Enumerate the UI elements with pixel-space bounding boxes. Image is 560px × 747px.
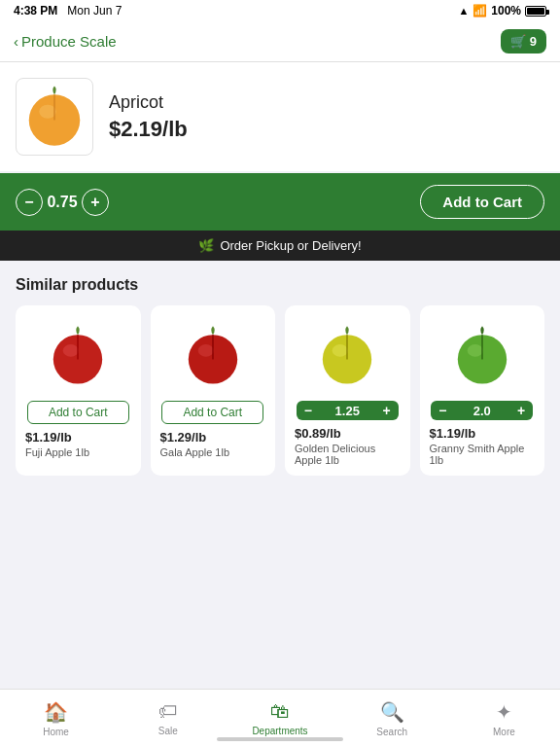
status-time-date: 4:38 PM Mon Jun 7 <box>14 4 122 18</box>
svg-point-5 <box>197 344 213 357</box>
granny-decrease-button[interactable]: − <box>435 403 450 418</box>
fuji-price: $1.19/lb <box>21 430 72 445</box>
nav-bar: ‹ Produce Scale 🛒 9 <box>0 21 560 62</box>
battery-icon <box>525 6 546 17</box>
tab-home-label: Home <box>43 727 69 737</box>
status-time: 4:38 PM <box>14 4 57 18</box>
product-info: Apricot $2.19/lb <box>109 92 188 142</box>
fuji-apple-image <box>39 315 117 393</box>
tab-search-label: Search <box>376 727 407 737</box>
back-button[interactable]: ‹ Produce Scale <box>14 33 117 50</box>
pickup-icon: 🌿 <box>198 238 214 253</box>
golden-price: $0.89/lb <box>291 426 341 441</box>
status-icons: ▲ 📶 100% <box>458 4 546 18</box>
pickup-banner[interactable]: 🌿 Order Pickup or Delivery! <box>0 231 560 261</box>
signal-icon: ▲ <box>458 5 469 17</box>
granny-quantity-control: − 2.0 + <box>431 401 533 420</box>
product-card: Apricot $2.19/lb <box>0 62 560 171</box>
gala-apple-image <box>174 315 252 393</box>
svg-point-7 <box>332 344 348 357</box>
action-bar: − 0.75 + Add to Cart <box>0 173 560 231</box>
golden-apple-image <box>308 315 386 393</box>
tab-departments-label: Departments <box>252 726 307 736</box>
granny-qty-value: 2.0 <box>473 404 491 418</box>
pickup-text: Order Pickup or Delivery! <box>220 238 361 253</box>
list-item: − 1.25 + $0.89/lb Golden Delicious Apple… <box>285 305 410 476</box>
gala-name: Gala Apple 1lb <box>157 446 230 458</box>
svg-point-1 <box>39 105 56 119</box>
home-icon: 🏠 <box>44 700 68 724</box>
golden-qty-value: 1.25 <box>335 404 360 418</box>
search-icon: 🔍 <box>380 700 404 724</box>
fuji-add-to-cart-button[interactable]: Add to Cart <box>27 401 129 424</box>
golden-decrease-button[interactable]: − <box>300 403 316 418</box>
quantity-increase-button[interactable]: + <box>82 189 109 216</box>
cart-button[interactable]: 🛒 9 <box>501 29 546 53</box>
tab-more[interactable]: ✦ More <box>448 690 560 747</box>
quantity-decrease-button[interactable]: − <box>16 189 43 216</box>
svg-point-9 <box>467 344 482 357</box>
golden-name: Golden Delicious Apple 1lb <box>291 443 404 466</box>
gala-add-to-cart-button[interactable]: Add to Cart <box>161 401 263 424</box>
add-to-cart-button[interactable]: Add to Cart <box>420 185 544 219</box>
svg-point-3 <box>63 344 79 357</box>
golden-increase-button[interactable]: + <box>378 403 394 418</box>
apricot-image <box>20 83 88 151</box>
tab-search[interactable]: 🔍 Search <box>336 690 448 747</box>
list-item: Add to Cart $1.29/lb Gala Apple 1lb <box>151 305 276 476</box>
product-price: $2.19/lb <box>109 117 188 142</box>
gala-price: $1.29/lb <box>157 430 207 445</box>
product-name: Apricot <box>109 92 188 113</box>
chevron-left-icon: ‹ <box>14 33 18 50</box>
cart-icon: 🛒 <box>510 34 526 49</box>
fuji-name: Fuji Apple 1lb <box>21 446 89 458</box>
similar-products-section: Similar products Add to Cart $1.19/lb Fu… <box>0 261 560 491</box>
golden-quantity-control: − 1.25 + <box>297 401 399 420</box>
sale-icon: 🏷 <box>158 700 178 723</box>
granny-increase-button[interactable]: + <box>513 403 529 418</box>
tab-sale[interactable]: 🏷 Sale <box>112 690 224 747</box>
battery-text: 100% <box>491 4 521 18</box>
departments-icon: 🛍 <box>270 700 290 723</box>
quantity-value: 0.75 <box>43 194 82 211</box>
similar-products-grid: Add to Cart $1.19/lb Fuji Apple 1lb Add … <box>16 305 544 476</box>
granny-smith-image <box>443 315 521 393</box>
list-item: Add to Cart $1.19/lb Fuji Apple 1lb <box>16 305 141 476</box>
similar-title: Similar products <box>16 276 544 294</box>
back-label: Produce Scale <box>21 33 117 50</box>
granny-name: Granny Smith Apple 1lb <box>426 443 540 466</box>
more-icon: ✦ <box>496 700 512 724</box>
quantity-control: − 0.75 + <box>16 189 109 216</box>
home-indicator <box>217 737 343 741</box>
tab-sale-label: Sale <box>158 726 178 736</box>
tab-home[interactable]: 🏠 Home <box>0 690 112 747</box>
status-bar: 4:38 PM Mon Jun 7 ▲ 📶 100% <box>0 0 560 21</box>
tab-more-label: More <box>493 727 515 737</box>
wifi-icon: 📶 <box>472 4 487 18</box>
list-item: − 2.0 + $1.19/lb Granny Smith Apple 1lb <box>420 305 545 476</box>
cart-count: 9 <box>530 34 537 49</box>
granny-price: $1.19/lb <box>426 426 476 441</box>
status-date: Mon Jun 7 <box>67 4 122 18</box>
product-image <box>16 78 93 156</box>
